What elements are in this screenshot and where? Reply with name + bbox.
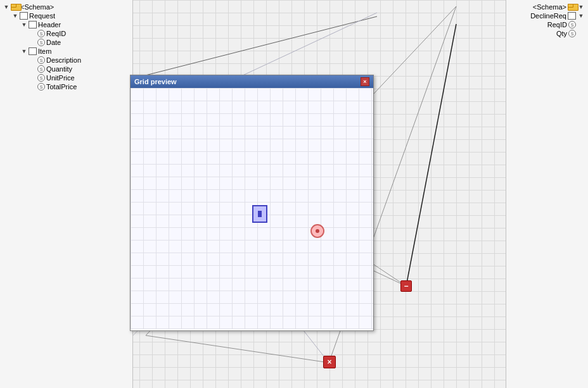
red-cross-node[interactable]: ×	[323, 356, 336, 368]
unitprice-label: UnitPrice	[46, 74, 75, 82]
request-label: Request	[29, 12, 55, 20]
circle-icon-reqid: S	[37, 30, 45, 37]
declinereq-label: DeclineReq	[530, 12, 566, 20]
grid-preview-close-button[interactable]: ×	[361, 77, 369, 86]
circle-icon-description: S	[37, 56, 45, 64]
tree-node-declinereq[interactable]: DeclineReq ▼	[506, 11, 588, 20]
tree-node-request[interactable]: ▼ Request	[0, 11, 132, 20]
tree-node-reqid-right[interactable]: ReqID S ▶	[506, 20, 588, 29]
circle-icon-date: S	[37, 39, 45, 46]
header-label: Header	[38, 21, 61, 28]
circle-icon-qty: S	[568, 30, 576, 37]
tree-node-schema-left[interactable]: ▼ <Schema>	[0, 3, 132, 11]
tree-node-schema-right[interactable]: <Schema> ▼	[506, 3, 588, 11]
qty-label: Qty	[556, 30, 567, 37]
cross-icon: ×	[327, 358, 331, 366]
tree-node-item[interactable]: ▼ Item	[0, 47, 132, 56]
right-panel: <Schema> ▼ DeclineReq ▼ ReqID S ▶ Qty S …	[506, 0, 588, 388]
grid-preview-title: Grid preview	[134, 78, 177, 85]
box-icon-item	[29, 47, 37, 55]
expand-icon-header: ▼	[20, 21, 28, 28]
totalprice-label: TotalPrice	[46, 83, 77, 91]
box-icon-header	[29, 21, 37, 28]
schema-right-label: <Schema>	[533, 3, 566, 11]
red-minus-node[interactable]: −	[400, 280, 412, 292]
expand-icon-item: ▼	[20, 47, 28, 55]
blue-component-node[interactable]	[252, 205, 267, 223]
folder-icon-schema	[11, 4, 20, 11]
reqid-right-label: ReqID	[547, 21, 567, 28]
blue-node-inner	[258, 211, 262, 217]
close-icon: ×	[363, 78, 366, 85]
folder-icon-schema-right	[568, 4, 577, 11]
tree-node-header[interactable]: ▼ Header	[0, 20, 132, 29]
quantity-label: Quantity	[46, 65, 72, 73]
box-icon-request	[20, 12, 28, 20]
tree-node-reqid[interactable]: ▶ S ReqID	[0, 29, 132, 38]
minus-icon: −	[404, 282, 408, 291]
pink-node-inner	[316, 229, 319, 233]
expand-icon: ▼	[3, 3, 10, 11]
tree-node-unitprice[interactable]: ▶ S UnitPrice	[0, 73, 132, 82]
schema-left-label: <Schema>	[20, 3, 54, 11]
description-label: Description	[46, 56, 81, 64]
tree-node-qty[interactable]: Qty S ▶	[506, 29, 588, 38]
tree-node-date[interactable]: ▶ S Date	[0, 38, 132, 47]
circle-icon-reqid-right: S	[568, 21, 576, 28]
date-label: Date	[46, 39, 61, 46]
grid-preview-window[interactable]: Grid preview ×	[130, 75, 374, 331]
expand-icon-declinereq: ▼	[577, 12, 585, 20]
expand-icon-request: ▼	[11, 12, 19, 20]
circle-icon-totalprice: S	[37, 83, 45, 91]
left-panel: ▼ <Schema> ▼ Request ▼ Header ▶ S ReqID …	[0, 0, 133, 388]
item-label: Item	[38, 47, 51, 55]
pink-component-node[interactable]	[310, 224, 324, 238]
grid-preview-content	[131, 88, 373, 329]
box-icon-declinereq	[568, 12, 576, 20]
tree-node-quantity[interactable]: ▶ S Quantity	[0, 65, 132, 73]
circle-icon-unitprice: S	[37, 74, 45, 82]
circle-icon-quantity: S	[37, 65, 45, 73]
reqid-label: ReqID	[46, 30, 66, 37]
grid-preview-titlebar[interactable]: Grid preview ×	[131, 75, 373, 88]
tree-node-description[interactable]: ▶ S Description	[0, 56, 132, 65]
tree-node-totalprice[interactable]: ▶ S TotalPrice	[0, 82, 132, 91]
